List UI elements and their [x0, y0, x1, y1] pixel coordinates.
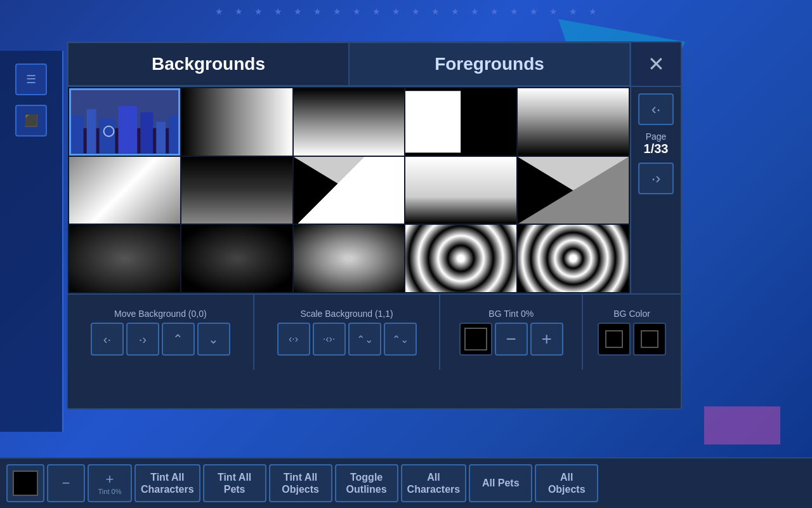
thumb-11[interactable] — [69, 225, 180, 292]
move-left-button[interactable]: ‹· — [91, 323, 124, 356]
move-up-button[interactable]: ⌃ — [162, 323, 195, 356]
all-objects-button[interactable]: All Objects — [535, 464, 598, 502]
thumb-12[interactable] — [181, 225, 292, 292]
page-info: Page 1/33 — [644, 131, 669, 156]
all-characters-button[interactable]: All Characters — [401, 464, 467, 502]
thumb-7[interactable] — [181, 157, 292, 224]
tab-backgrounds[interactable]: Backgrounds — [68, 43, 349, 86]
svg-rect-6 — [140, 112, 153, 154]
all-pets-button[interactable]: All Pets — [469, 464, 532, 502]
side-nav: ‹· Page 1/33 ·› — [630, 87, 681, 293]
scale-h-collapse-button[interactable]: ·‹›· — [313, 323, 346, 356]
scale-v-collapse-button[interactable]: ⌃⌄ — [384, 323, 417, 356]
thumb-1[interactable] — [69, 88, 180, 156]
sidebar-icon-1[interactable]: ☰ — [15, 64, 47, 95]
main-panel: Backgrounds Foregrounds ✕ — [67, 41, 682, 410]
top-stars: ★ ★ ★ ★ ★ ★ ★ ★ ★ ★ ★ ★ ★ ★ ★ ★ ★ ★ ★ ★ — [0, 0, 812, 19]
bottom-toolbar: − + Tint 0% Tint All Characters Tint All… — [0, 457, 812, 508]
bg-color-2-swatch — [641, 330, 658, 348]
prev-page-button[interactable]: ‹· — [638, 93, 674, 125]
bg-color-2-button[interactable] — [633, 323, 666, 356]
thumb-15[interactable] — [518, 225, 629, 292]
thumb-9[interactable] — [405, 157, 516, 224]
move-right-button[interactable]: ·› — [126, 323, 159, 356]
tint-minus-button[interactable]: − — [47, 464, 85, 502]
svg-rect-11 — [461, 91, 516, 152]
bg-tint-plus-button[interactable]: + — [530, 323, 563, 356]
svg-rect-3 — [87, 109, 96, 154]
thumbnail-grid — [68, 87, 630, 293]
close-button[interactable]: ✕ — [630, 43, 681, 86]
scale-h-expand-button[interactable]: ‹·› — [277, 323, 310, 356]
tab-foregrounds[interactable]: Foregrounds — [349, 43, 630, 86]
svg-rect-12 — [294, 157, 405, 224]
svg-rect-8 — [169, 116, 178, 154]
scale-v-expand-button[interactable]: ⌃⌄ — [348, 323, 381, 356]
tab-bar: Backgrounds Foregrounds ✕ — [68, 43, 681, 87]
next-page-button[interactable]: ·› — [638, 163, 674, 194]
bg-tint-color-button[interactable] — [459, 323, 492, 356]
tint-color-button[interactable] — [6, 464, 44, 502]
bg-color-1-swatch — [605, 330, 623, 348]
svg-rect-2 — [71, 116, 84, 154]
controls-row: Move Background (0,0) ‹· ·› ⌃ ⌄ Scale Ba… — [68, 293, 681, 370]
move-bg-group: Move Background (0,0) ‹· ·› ⌃ ⌄ — [68, 295, 254, 370]
thumb-4[interactable] — [405, 88, 516, 156]
svg-rect-10 — [405, 91, 461, 152]
tint-all-characters-button[interactable]: Tint All Characters — [134, 464, 200, 502]
bg-tint-group: BG Tint 0% − + — [440, 295, 583, 370]
bg-accent-pink — [704, 406, 780, 444]
bg-tint-minus-button[interactable]: − — [495, 323, 528, 356]
thumb-14[interactable] — [405, 225, 516, 292]
thumb-5[interactable] — [518, 88, 629, 156]
bg-color-group: BG Color — [583, 295, 681, 370]
sidebar-left: ☰ ⬛ — [0, 51, 63, 432]
svg-rect-5 — [118, 106, 137, 154]
thumb-10[interactable] — [518, 157, 629, 224]
bg-color-1-button[interactable] — [598, 323, 631, 356]
svg-marker-13 — [294, 157, 405, 224]
tint-all-pets-button[interactable]: Tint All Pets — [203, 464, 266, 502]
grid-area: ‹· Page 1/33 ·› — [68, 87, 681, 293]
svg-rect-7 — [156, 122, 166, 154]
move-down-button[interactable]: ⌄ — [197, 323, 230, 356]
scale-bg-group: Scale Background (1,1) ‹·› ·‹›· ⌃⌄ ⌃⌄ — [254, 295, 441, 370]
toggle-outlines-button[interactable]: Toggle Outlines — [335, 464, 398, 502]
sidebar-icon-2[interactable]: ⬛ — [15, 105, 47, 137]
bg-tint-color-swatch — [464, 328, 487, 351]
tint-all-objects-button[interactable]: Tint All Objects — [269, 464, 332, 502]
scale-bg-buttons: ‹·› ·‹›· ⌃⌄ ⌃⌄ — [277, 323, 417, 356]
thumb-2[interactable] — [181, 88, 292, 156]
thumb-8[interactable] — [294, 157, 405, 224]
bg-tint-buttons: − + — [459, 323, 563, 356]
bg-color-buttons — [598, 323, 666, 356]
tint-color-swatch — [13, 471, 38, 496]
thumb-3[interactable] — [294, 88, 405, 156]
thumb-13[interactable] — [294, 225, 405, 292]
move-bg-buttons: ‹· ·› ⌃ ⌄ — [91, 323, 230, 356]
tint-plus-button[interactable]: + Tint 0% — [88, 464, 132, 502]
thumb-6[interactable] — [69, 157, 180, 224]
